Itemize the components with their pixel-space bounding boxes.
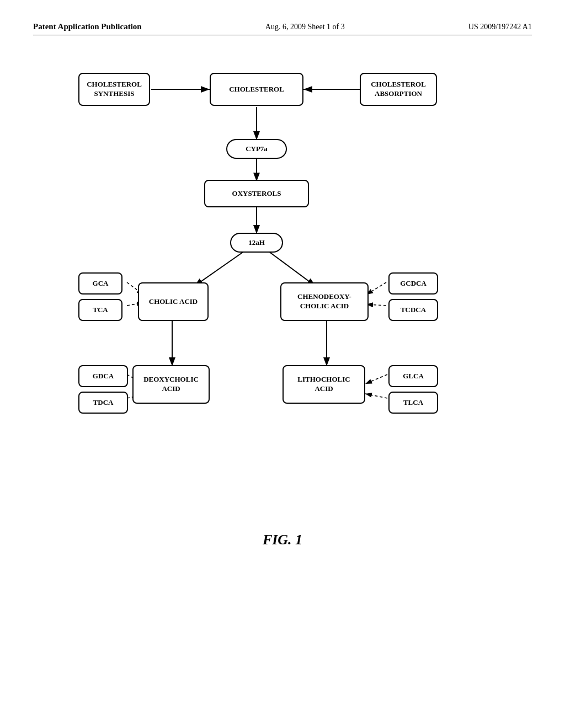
- svg-line-7: [194, 251, 244, 286]
- box-cyp7a: CYP7a: [226, 139, 287, 159]
- box-cholesterol-absorption: CHOLESTEROLABSORPTION: [360, 73, 437, 106]
- figure-caption: FIG. 1: [33, 532, 532, 548]
- header-publication-label: Patent Application Publication: [33, 22, 142, 31]
- box-12ah: 12aH: [230, 233, 283, 253]
- box-cholic-acid: CHOLIC ACID: [138, 282, 209, 321]
- svg-line-8: [269, 251, 316, 286]
- box-cholesterol-synthesis: CHOLESTEROLSYNTHESIS: [78, 73, 150, 106]
- svg-line-13: [366, 282, 386, 295]
- box-deoxycholic: DEOXYCHOLICACID: [132, 365, 210, 404]
- box-gdca: GDCA: [78, 365, 128, 387]
- figure-diagram: CHOLESTEROLSYNTHESIS CHOLESTEROL CHOLEST…: [45, 57, 520, 510]
- box-oxysterols: OXYSTEROLS: [204, 180, 309, 207]
- box-lithocholic: LITHOCHOLICACID: [282, 365, 365, 404]
- page: Patent Application Publication Aug. 6, 2…: [0, 0, 565, 728]
- page-header: Patent Application Publication Aug. 6, 2…: [33, 22, 532, 35]
- box-gcdca: GCDCA: [388, 272, 438, 295]
- box-tca: TCA: [78, 299, 122, 321]
- box-tlca: TLCA: [388, 392, 438, 414]
- box-cholesterol: CHOLESTEROL: [210, 73, 303, 106]
- header-date-sheet: Aug. 6, 2009 Sheet 1 of 3: [265, 23, 345, 31]
- svg-line-17: [365, 374, 387, 384]
- box-gca: GCA: [78, 272, 122, 295]
- header-patent-number: US 2009/197242 A1: [468, 23, 532, 31]
- box-chenodeoxy: CHENODEOXY-CHOLIC ACID: [280, 282, 369, 321]
- svg-line-14: [366, 304, 386, 306]
- box-glca: GLCA: [388, 365, 438, 387]
- box-tdca: TDCA: [78, 392, 128, 414]
- svg-line-18: [365, 394, 387, 398]
- box-tcdca: TCDCA: [388, 299, 438, 321]
